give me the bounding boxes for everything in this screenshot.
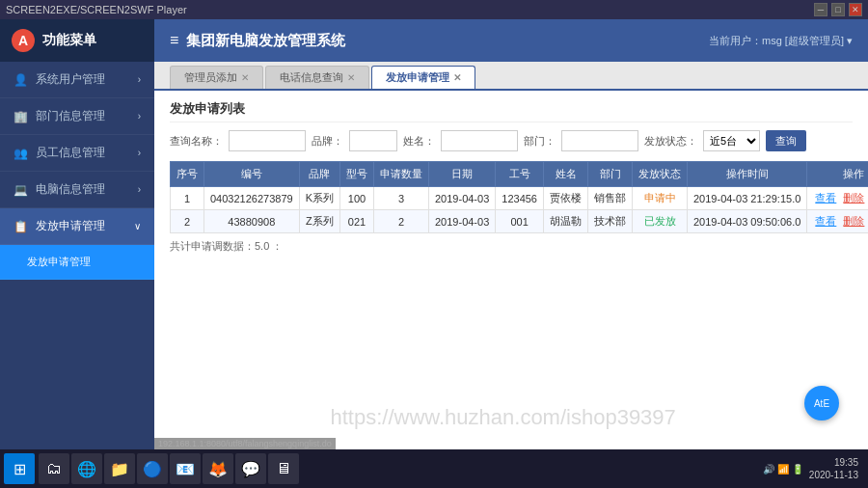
col-workid: 工号 [496, 162, 544, 187]
search-label-staffname: 姓名： [403, 134, 435, 149]
cell-model: 021 [340, 210, 374, 233]
sidebar-item-release[interactable]: 📋 发放申请管理 ∨ [0, 208, 154, 245]
sidebar: A 功能菜单 👤 系统用户管理 › 🏢 部门信息管理 › 👥 员工信息管理 › … [0, 19, 154, 449]
tab-admin-add-close[interactable]: ✕ [241, 72, 249, 83]
chevron-right-icon-2: › [138, 111, 141, 122]
search-input-brand[interactable] [349, 130, 397, 151]
cell-dept: 技术部 [588, 210, 633, 233]
cell-seq: 2 [171, 210, 204, 233]
col-name: 姓名 [544, 162, 588, 187]
search-label-brand: 品牌： [312, 134, 343, 149]
search-label-dept: 部门： [524, 134, 556, 149]
search-input-staffname[interactable] [441, 130, 518, 151]
main-content: ≡ 集团新电脑发放管理系统 当前用户：msg [超级管理员] ▾ 管理员添加 ✕… [154, 19, 868, 449]
chevron-right-icon-4: › [138, 184, 141, 195]
table-header-row: 序号 编号 品牌 型号 申请数量 日期 工号 姓名 部门 发放状态 操作时间 操… [171, 162, 869, 187]
search-input-dept[interactable] [561, 130, 638, 151]
sidebar-submenu: 发放申请管理 [0, 245, 154, 280]
cell-id: 43880908 [204, 210, 300, 233]
pc-icon: 💻 [14, 183, 28, 197]
top-header-title: ≡ 集团新电脑发放管理系统 [170, 32, 345, 50]
title-bar-controls: ─ □ ✕ [814, 3, 862, 16]
chevron-down-icon: ∨ [134, 221, 141, 231]
search-select-status[interactable]: 近5台 全部 申请中 已发放 [703, 130, 760, 151]
cell-model: 100 [340, 187, 374, 210]
col-dept: 部门 [588, 162, 633, 187]
sidebar-item-label-release: 发放申请管理 [36, 218, 105, 234]
cell-qty: 3 [374, 187, 429, 210]
float-button[interactable]: AtE [804, 386, 839, 420]
content-area: 发放申请列表 查询名称： 品牌： 姓名： 部门： 发放状态： 近5台 全部 申请… [154, 91, 868, 449]
cell-name: 贾依楼 [544, 187, 588, 210]
title-bar: SCREEN2EXE/SCREEN2SWF Player ─ □ ✕ [0, 0, 868, 19]
user-icon: 👤 [14, 73, 28, 87]
tab-phone-info-close[interactable]: ✕ [347, 72, 355, 83]
chevron-right-icon-3: › [138, 148, 141, 158]
cell-qty: 2 [374, 210, 429, 233]
sidebar-item-label-pc: 电脑信息管理 [36, 181, 105, 198]
tab-admin-add-label: 管理员添加 [184, 70, 237, 85]
sidebar-item-user[interactable]: 👤 系统用户管理 › [0, 62, 154, 98]
app-wrapper: A 功能菜单 👤 系统用户管理 › 🏢 部门信息管理 › 👥 员工信息管理 › … [0, 19, 868, 449]
section-title: 发放申请列表 [170, 100, 853, 122]
chevron-right-icon: › [138, 74, 141, 85]
search-label-name: 查询名称： [170, 134, 223, 149]
action-delete-1[interactable]: 删除 [843, 215, 864, 227]
search-input-name[interactable] [229, 130, 306, 151]
col-id: 编号 [204, 162, 300, 187]
action-view-0[interactable]: 查看 [815, 192, 836, 203]
url-bar: 192.168.1.1:8080/utf8/falangshengqinglis… [154, 438, 336, 449]
col-date: 日期 [429, 162, 496, 187]
logo-icon: A [12, 29, 35, 52]
cell-date: 2019-04-03 [429, 187, 496, 210]
col-op-time: 操作时间 [688, 162, 807, 187]
sidebar-logo-label: 功能菜单 [42, 32, 96, 49]
top-header: ≡ 集团新电脑发放管理系统 当前用户：msg [超级管理员] ▾ [154, 19, 868, 62]
minimize-btn[interactable]: ─ [814, 3, 827, 16]
table-row: 2 43880908 Z系列 021 2 2019-04-03 001 胡温勒 … [171, 210, 869, 233]
tab-release-mgmt[interactable]: 发放申请管理 ✕ [371, 66, 475, 89]
cell-dept: 销售部 [588, 187, 633, 210]
sidebar-logo: A 功能菜单 [0, 19, 154, 62]
sidebar-item-dept[interactable]: 🏢 部门信息管理 › [0, 98, 154, 135]
user-label: 当前用户：msg [超级管理员] [709, 35, 844, 46]
cell-date: 2019-04-03 [429, 210, 496, 233]
tab-release-mgmt-close[interactable]: ✕ [453, 72, 461, 83]
tab-bar: 管理员添加 ✕ 电话信息查询 ✕ 发放申请管理 ✕ [154, 62, 868, 91]
app-title: 集团新电脑发放管理系统 [186, 32, 345, 50]
total-info: 共计申请调数据：5.0 ： [170, 239, 853, 254]
tab-phone-info-label: 电话信息查询 [280, 70, 343, 85]
sidebar-subitem-release-mgmt[interactable]: 发放申请管理 [0, 245, 154, 280]
search-bar: 查询名称： 品牌： 姓名： 部门： 发放状态： 近5台 全部 申请中 已发放 查… [170, 130, 853, 151]
sidebar-item-staff[interactable]: 👥 员工信息管理 › [0, 135, 154, 172]
col-status: 发放状态 [633, 162, 688, 187]
sidebar-item-label-user: 系统用户管理 [36, 71, 105, 88]
float-btn-label: AtE [814, 398, 829, 409]
tab-phone-info[interactable]: 电话信息查询 ✕ [265, 66, 369, 89]
cell-brand: K系列 [299, 187, 339, 210]
col-qty: 申请数量 [374, 162, 429, 187]
cell-op-time: 2019-04-03 21:29:15.0 [688, 187, 807, 210]
cell-status: 申请中 [633, 187, 688, 210]
col-model: 型号 [340, 162, 374, 187]
close-btn[interactable]: ✕ [849, 3, 862, 16]
user-arrow-icon: ▾ [847, 35, 853, 46]
staff-icon: 👥 [14, 147, 28, 160]
tab-admin-add[interactable]: 管理员添加 ✕ [170, 66, 263, 89]
col-seq: 序号 [171, 162, 204, 187]
top-header-user: 当前用户：msg [超级管理员] ▾ [709, 34, 853, 48]
table-row: 1 04032126273879 K系列 100 3 2019-04-03 12… [171, 187, 869, 210]
cell-actions: 查看 删除 详情 [807, 210, 868, 233]
tab-release-mgmt-label: 发放申请管理 [386, 70, 449, 85]
sidebar-item-label-dept: 部门信息管理 [36, 108, 105, 124]
action-delete-0[interactable]: 删除 [843, 192, 864, 203]
search-button[interactable]: 查询 [766, 130, 806, 151]
cell-status: 已发放 [633, 210, 688, 233]
maximize-btn[interactable]: □ [831, 3, 845, 16]
sidebar-item-pc[interactable]: 💻 电脑信息管理 › [0, 172, 154, 208]
title-bar-label: SCREEN2EXE/SCREEN2SWF Player [6, 4, 187, 15]
search-label-status: 发放状态： [644, 134, 697, 149]
dept-icon: 🏢 [14, 110, 28, 123]
sidebar-subitem-label: 发放申请管理 [27, 255, 91, 269]
action-view-1[interactable]: 查看 [815, 215, 836, 227]
